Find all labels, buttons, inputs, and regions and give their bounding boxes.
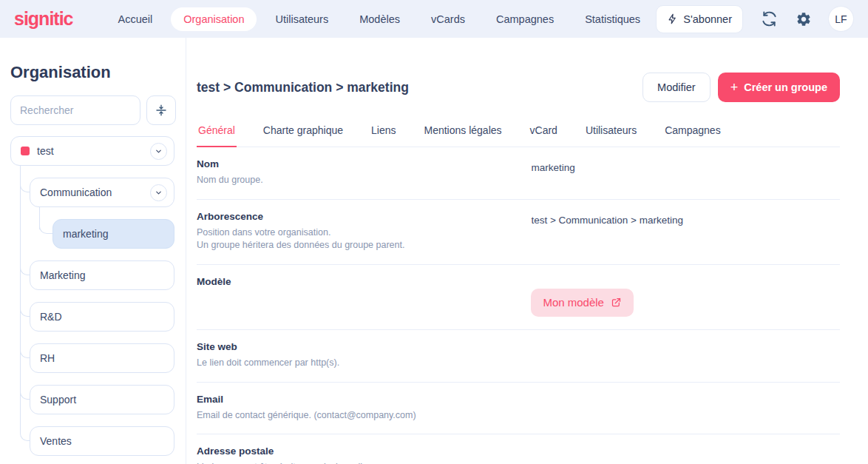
sync-button[interactable] xyxy=(761,10,778,27)
field-label: Arborescence xyxy=(197,211,531,222)
tree-item-label: test xyxy=(37,145,54,157)
sidebar-title: Organisation xyxy=(10,63,186,82)
field-value-arborescence: test > Communication > marketing xyxy=(531,215,840,226)
create-group-label: Créer un groupe xyxy=(744,81,827,93)
tree-item-label: RH xyxy=(40,352,55,364)
tree-item-marketing[interactable]: Marketing xyxy=(30,260,174,290)
field-label: Modèle xyxy=(197,276,531,287)
field-row-site-web: Site web Le lien doit commencer par http… xyxy=(197,330,840,383)
field-description: Le lien doit commencer par http(s). xyxy=(197,357,531,369)
template-link-chip[interactable]: Mon modèle xyxy=(531,289,634,317)
tree-item-test[interactable]: test xyxy=(10,136,174,166)
tree-connector xyxy=(20,433,30,441)
group-detail-panel: test > Communication > marketing Modifie… xyxy=(186,38,868,464)
chevron-down-icon[interactable] xyxy=(150,143,167,160)
user-avatar[interactable]: LF xyxy=(828,6,854,32)
sync-icon xyxy=(761,10,778,27)
field-description: L'adresse peut être écrite sur plusieurs… xyxy=(197,461,531,464)
tab-vcard[interactable]: vCard xyxy=(529,120,559,147)
nav-item-vcards[interactable]: vCards xyxy=(418,7,478,31)
field-description: Nom du groupe. xyxy=(197,174,531,186)
field-row-email: Email Email de contact générique. (conta… xyxy=(197,383,840,435)
template-chip-label: Mon modèle xyxy=(543,296,604,309)
tree-item-support[interactable]: Support xyxy=(30,385,174,414)
tab-mentions-legales[interactable]: Mentions légales xyxy=(422,120,503,147)
tree-item-label: Communication xyxy=(40,186,112,198)
tree-item-label: Support xyxy=(40,394,76,406)
tree-connector xyxy=(20,391,30,400)
subscribe-button[interactable]: S'abonner xyxy=(656,5,743,33)
nav-item-utilisateurs[interactable]: Utilisateurs xyxy=(262,7,341,31)
lightning-bolt-icon xyxy=(667,13,678,24)
field-label: Adresse postale xyxy=(197,445,531,457)
tree-item-label: marketing xyxy=(63,228,108,240)
tree-connector xyxy=(20,309,30,317)
organisation-sidebar: Organisation xyxy=(0,38,186,464)
tree-item-label: Ventes xyxy=(40,435,72,447)
tree-connector xyxy=(20,267,30,275)
tree-item-ventes[interactable]: Ventes xyxy=(30,426,174,456)
tab-liens[interactable]: Liens xyxy=(370,120,397,147)
field-row-modele: Modèle Mon modèle xyxy=(197,265,840,330)
tree-item-marketing-child[interactable]: marketing xyxy=(52,219,174,249)
field-row-nom: Nom Nom du groupe. marketing xyxy=(197,147,840,200)
gear-icon xyxy=(796,11,812,27)
field-description: Email de contact générique. (contact@com… xyxy=(197,409,531,422)
field-label: Nom xyxy=(197,158,531,169)
modify-button[interactable]: Modifier xyxy=(642,73,711,102)
breadcrumb: test > Communication > marketing xyxy=(197,80,409,95)
tree-connector xyxy=(39,226,52,234)
field-label: Site web xyxy=(197,341,531,352)
plus-icon: + xyxy=(730,80,739,95)
tree-item-label: R&D xyxy=(40,311,62,323)
nav-item-modeles[interactable]: Modèles xyxy=(347,7,413,31)
chevron-down-icon[interactable] xyxy=(150,184,167,201)
field-label: Email xyxy=(197,394,531,405)
tab-charte-graphique[interactable]: Charte graphique xyxy=(262,120,345,147)
group-color-square xyxy=(21,147,30,155)
tree-connector xyxy=(20,350,30,358)
tree-item-rd[interactable]: R&D xyxy=(30,302,174,332)
group-tabs: Général Charte graphique Liens Mentions … xyxy=(197,120,840,147)
tab-utilisateurs[interactable]: Utilisateurs xyxy=(584,120,638,147)
create-group-button[interactable]: + Créer un groupe xyxy=(718,73,840,102)
tree-item-label: Marketing xyxy=(40,269,85,281)
collapse-vertical-icon xyxy=(155,104,168,117)
tab-general[interactable]: Général xyxy=(197,120,237,147)
nav-item-accueil[interactable]: Accueil xyxy=(106,7,166,31)
nav-item-statistiques[interactable]: Statistiques xyxy=(572,7,653,31)
tree-item-communication[interactable]: Communication xyxy=(30,178,174,207)
nav-item-organisation[interactable]: Organisation xyxy=(171,7,257,31)
external-link-icon xyxy=(611,297,622,308)
field-description: Position dans votre organisation. Un gro… xyxy=(197,226,531,252)
tab-campagnes[interactable]: Campagnes xyxy=(663,120,722,147)
field-row-adresse-postale: Adresse postale L'adresse peut être écri… xyxy=(197,434,840,464)
field-value-nom: marketing xyxy=(531,162,840,173)
signitic-logo: signitic xyxy=(14,8,73,30)
subscribe-label: S'abonner xyxy=(683,13,732,25)
collapse-tree-button[interactable] xyxy=(146,95,176,125)
tree-connector xyxy=(20,184,30,192)
search-input[interactable] xyxy=(10,95,140,125)
nav-item-campagnes[interactable]: Campagnes xyxy=(484,7,566,31)
field-row-arborescence: Arborescence Position dans votre organis… xyxy=(197,200,840,265)
top-navbar: signitic Accueil Organisation Utilisateu… xyxy=(0,0,868,38)
organisation-tree: test Communication marketing Marketing R… xyxy=(10,136,186,456)
main-nav: Accueil Organisation Utilisateurs Modèle… xyxy=(106,7,654,31)
settings-button[interactable] xyxy=(796,11,812,27)
tree-item-rh[interactable]: RH xyxy=(30,343,174,373)
